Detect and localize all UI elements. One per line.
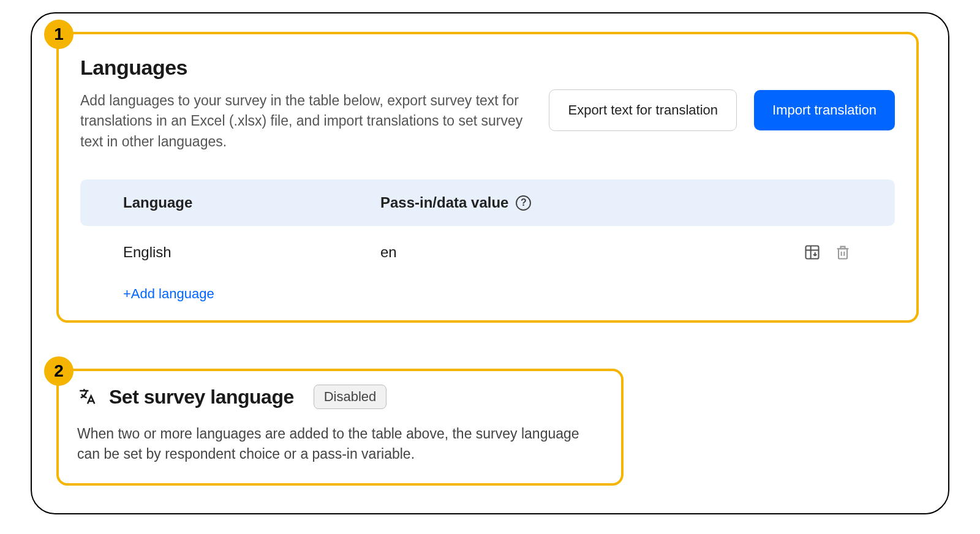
row-language-value: en [380,244,803,261]
row-language-name: English [123,244,380,261]
set-survey-language-description: When two or more languages are added to … [77,424,603,465]
set-survey-language-section: 2 Set survey language Disabled When two … [56,369,624,486]
add-language-link[interactable]: +Add language [123,286,214,302]
set-survey-language-title: Set survey language [109,386,294,408]
header-pass-in-value: Pass-in/data value [380,194,508,211]
callout-marker-2: 2 [44,356,74,386]
import-translation-button[interactable]: Import translation [754,90,895,130]
callout-marker-1: 1 [44,20,74,49]
languages-title: Languages [80,56,524,80]
status-badge: Disabled [314,385,387,409]
download-row-icon[interactable] [803,243,821,261]
help-icon[interactable]: ? [516,195,531,211]
header-language: Language [123,194,380,211]
table-row: English en [80,226,895,273]
languages-table: Language Pass-in/data value ? English en [80,179,895,302]
page-card: 1 Languages Add languages to your survey… [31,12,949,514]
languages-table-header: Language Pass-in/data value ? [80,179,895,226]
export-text-button[interactable]: Export text for translation [549,89,737,131]
svg-rect-0 [806,246,819,259]
delete-row-icon[interactable] [834,243,852,261]
languages-description: Add languages to your survey in the tabl… [80,91,524,152]
languages-section: 1 Languages Add languages to your survey… [56,32,919,323]
translate-icon [77,386,98,407]
